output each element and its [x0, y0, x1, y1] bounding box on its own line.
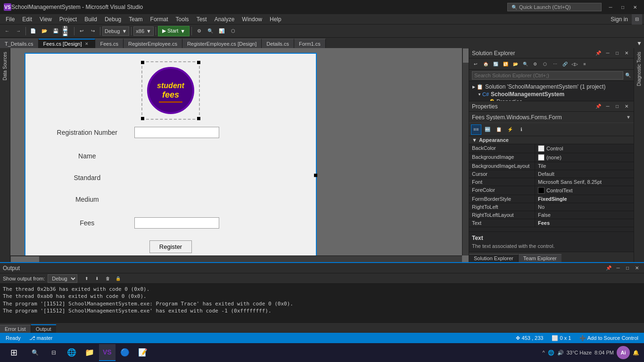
tree-project[interactable]: ▼ C# SchoolManagementSystem [469, 90, 634, 98]
prop-btn-properties[interactable]: 📋 [494, 124, 504, 135]
taskbar-start-btn[interactable]: ⊞ [2, 344, 25, 361]
output-tab[interactable]: Output [31, 324, 56, 333]
output-pin-btn[interactable]: 📌 [604, 264, 613, 272]
tab-fees-cs[interactable]: Fees.cs [95, 39, 124, 48]
team-explorer-tab[interactable]: Team Explorer [519, 254, 561, 262]
output-btn2[interactable]: ⬇ [92, 274, 102, 283]
platform-dropdown[interactable]: x86 ▼ [133, 26, 154, 36]
menu-format[interactable]: Format [147, 15, 172, 24]
layout-button[interactable]: ⊟ [632, 14, 642, 25]
tab-fees-design[interactable]: Fees.cs [Design] ✕ [39, 39, 96, 48]
output-btn3[interactable]: 🗑 [103, 274, 112, 283]
taskbar-notepad[interactable]: 📝 [134, 344, 151, 361]
sol-btn-12[interactable]: ≡ [580, 59, 589, 69]
taskbar-vs[interactable]: VS [99, 344, 116, 361]
toolbar-open[interactable]: 📂 [39, 26, 50, 36]
menu-debug[interactable]: Debug [101, 15, 125, 24]
tab-regemployee-design[interactable]: RegisterEmployee.cs [Design] [182, 39, 262, 48]
prop-dropdown-btn[interactable]: ▼ [626, 115, 631, 120]
tray-ai-btn[interactable]: Ai [617, 346, 630, 359]
prop-btn-events[interactable]: ⚡ [505, 124, 515, 135]
sol-btn-5[interactable]: 📂 [511, 59, 520, 69]
prop-value-cursor[interactable]: Default [535, 170, 634, 178]
prop-value-formborderstyle[interactable]: FixedSingle [535, 195, 634, 203]
toolbar-new[interactable]: 📄 [28, 26, 38, 36]
minimize-button[interactable]: ─ [605, 2, 616, 12]
output-btn1[interactable]: ⬆ [82, 274, 91, 283]
panel-min-btn[interactable]: ─ [603, 49, 612, 58]
tab-overflow-btn[interactable]: ▼ [635, 39, 644, 48]
menu-build[interactable]: Build [81, 15, 101, 24]
design-hscroll[interactable] [10, 255, 462, 262]
output-btn4[interactable]: 🔒 [113, 274, 123, 283]
prop-value-font[interactable]: Microsoft Sans Serif, 8.25pt [535, 178, 634, 186]
toolbar-btn2[interactable]: 🔍 [205, 26, 215, 36]
debug-config-dropdown[interactable]: Debug ▼ [102, 26, 129, 36]
sol-btn-6[interactable]: 🔍 [520, 59, 530, 69]
menu-project[interactable]: Project [56, 15, 81, 24]
prop-pin-btn[interactable]: 📌 [594, 102, 603, 111]
toolbar-redo[interactable]: ↪ [88, 26, 98, 36]
sol-btn-3[interactable]: 🔃 [491, 59, 500, 69]
taskbar-search[interactable]: 🔍 [25, 344, 44, 361]
menu-analyze[interactable]: Analyze [211, 15, 239, 24]
tray-weather[interactable]: 33°C Haze [567, 350, 592, 355]
window-controls[interactable]: ─ □ ✕ [605, 2, 640, 12]
tray-show-hidden[interactable]: ^ [543, 350, 545, 355]
tree-solution[interactable]: ▶ 📋 Solution 'SchoolManagementSystem' (1… [469, 83, 634, 90]
start-button[interactable]: ▶ Start ▼ [158, 26, 190, 36]
output-min-btn[interactable]: ─ [614, 264, 622, 272]
menu-file[interactable]: File [2, 15, 18, 24]
error-list-tab[interactable]: Error List [0, 325, 31, 333]
prop-value-text[interactable]: Fees [535, 219, 634, 227]
maximize-button[interactable]: □ [618, 2, 628, 12]
status-source-control[interactable]: ➕ Add to Source Control [578, 335, 640, 341]
tray-volume-icon[interactable]: 🔊 [557, 350, 564, 356]
toolbar-undo[interactable]: ↩ [76, 26, 87, 36]
panel-pin-btn[interactable]: 📌 [594, 49, 603, 58]
output-max-btn[interactable]: □ [623, 264, 632, 272]
prop-value-righttoleft[interactable]: No [535, 203, 634, 211]
tray-notification[interactable]: 🔔 [633, 350, 639, 356]
menu-tools[interactable]: Tools [172, 15, 193, 24]
toolbar-btn4[interactable]: ⬡ [228, 26, 238, 36]
vscroll-thumb[interactable] [463, 49, 469, 63]
prop-value-bgimage[interactable]: (none) [535, 153, 634, 162]
close-button[interactable]: ✕ [630, 2, 640, 12]
data-sources-tab[interactable]: Data Sources [0, 48, 9, 84]
tab-regemployee[interactable]: RegisterEmployee.cs [124, 39, 182, 48]
tab-details[interactable]: Details.cs [262, 39, 294, 48]
sol-btn-11[interactable]: ◁▷ [570, 59, 579, 69]
prop-value-backcolor[interactable]: Control [535, 144, 634, 153]
toolbar-back[interactable]: ← [2, 26, 12, 36]
menu-edit[interactable]: Edit [18, 15, 36, 24]
prop-value-righttoleftlayout[interactable]: False [535, 211, 634, 219]
quick-launch[interactable]: 🔍 Quick Launch (Ctrl+Q) [507, 3, 602, 11]
toolbar-saveall[interactable]: 💾💾 [62, 26, 72, 36]
register-button[interactable]: Register [149, 240, 192, 253]
prop-btn-categorized[interactable]: ≡≡ [471, 124, 481, 135]
toolbar-forward[interactable]: → [13, 26, 24, 36]
taskbar-taskview[interactable]: ⊟ [44, 344, 63, 361]
toolbar-btn3[interactable]: 📊 [216, 26, 227, 36]
prop-close-btn[interactable]: ✕ [622, 102, 631, 111]
sol-btn-9[interactable]: ⋯ [550, 59, 560, 69]
prop-value-forecolor[interactable]: ControlText [535, 186, 634, 195]
tab-form1[interactable]: Form1.cs [294, 39, 326, 48]
prop-btn-alphabetical[interactable]: 🔤 [482, 124, 493, 135]
solution-explorer-tab[interactable]: Solution Explorer [469, 254, 519, 262]
sol-btn-2[interactable]: 🏠 [481, 59, 490, 69]
menu-team[interactable]: Team [125, 15, 146, 24]
taskbar-edge[interactable]: 🌐 [63, 344, 80, 361]
solution-search-input[interactable] [472, 71, 623, 80]
input-reg-number[interactable] [134, 127, 219, 138]
tray-network-icon[interactable]: 🌐 [548, 350, 554, 356]
sol-btn-1[interactable]: ↩ [471, 59, 480, 69]
sol-btn-10[interactable]: 🔗 [560, 59, 570, 69]
panel-max-btn[interactable]: □ [613, 49, 621, 58]
status-branch[interactable]: ⎇ master [27, 335, 55, 341]
hscroll-thumb[interactable] [11, 256, 39, 262]
output-source-dropdown[interactable]: Debug [48, 274, 77, 283]
prop-max-btn[interactable]: □ [613, 102, 621, 111]
design-vscroll[interactable] [462, 48, 469, 255]
